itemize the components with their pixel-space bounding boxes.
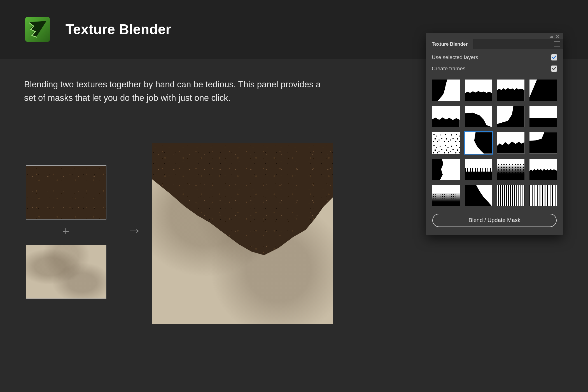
mask-thumbnail[interactable]	[465, 106, 492, 127]
plus-icon: +	[26, 225, 106, 237]
option-label: Use selected layers	[432, 54, 478, 60]
mask-thumbnail[interactable]	[432, 185, 460, 206]
input-texture-a	[26, 165, 106, 220]
result-preview	[152, 143, 333, 324]
description-text: Blending two textures together by hand c…	[24, 78, 332, 105]
mask-thumbnail[interactable]	[432, 80, 460, 101]
mask-thumbnail[interactable]	[432, 132, 460, 153]
texture-blender-panel: ◂◂ ✕ Texture Blender Use selected layers…	[426, 33, 563, 235]
option-create-frames: Create frames	[432, 66, 557, 72]
input-textures: +	[26, 165, 106, 299]
panel-menu-icon[interactable]	[554, 41, 560, 46]
mask-thumbnail[interactable]	[497, 132, 524, 153]
arrow-right-icon: →	[127, 222, 142, 239]
mask-thumbnail[interactable]	[497, 159, 524, 180]
mask-thumbnail[interactable]	[529, 80, 557, 101]
panel-titlebar: ◂◂ ✕	[426, 33, 563, 39]
tab-label: Texture Blender	[432, 41, 468, 47]
mask-thumbnail[interactable]	[465, 80, 492, 101]
mask-thumbnail[interactable]	[465, 185, 492, 206]
mask-thumbnail[interactable]	[529, 106, 557, 127]
app-title: Texture Blender	[66, 21, 171, 38]
panel-tabbar: Texture Blender	[426, 39, 563, 49]
mask-thumbnail[interactable]	[432, 106, 460, 127]
panel-close-icon[interactable]: ✕	[555, 34, 559, 40]
input-texture-b	[26, 245, 106, 299]
mask-thumbnail[interactable]	[497, 80, 524, 101]
mask-thumbnail-selected[interactable]	[465, 132, 492, 153]
panel-collapse-icon[interactable]: ◂◂	[549, 34, 552, 39]
app-logo-icon	[25, 17, 50, 42]
blend-update-mask-button[interactable]: Blend / Update Mask	[432, 214, 557, 227]
option-use-selected-layers: Use selected layers	[432, 54, 557, 60]
mask-thumbnail[interactable]	[529, 185, 557, 206]
panel-options: Use selected layers Create frames	[426, 49, 563, 79]
mask-thumbnail[interactable]	[497, 185, 524, 206]
checkbox-create-frames[interactable]	[551, 66, 557, 72]
mask-thumbnail[interactable]	[529, 159, 557, 180]
mask-grid	[426, 79, 563, 213]
mask-thumbnail[interactable]	[529, 132, 557, 153]
mask-thumbnail[interactable]	[465, 159, 492, 180]
tab-texture-blender[interactable]: Texture Blender	[426, 39, 473, 49]
mask-thumbnail[interactable]	[432, 159, 460, 180]
mask-thumbnail[interactable]	[497, 106, 524, 127]
checkbox-use-selected-layers[interactable]	[551, 54, 557, 60]
option-label: Create frames	[432, 66, 465, 72]
